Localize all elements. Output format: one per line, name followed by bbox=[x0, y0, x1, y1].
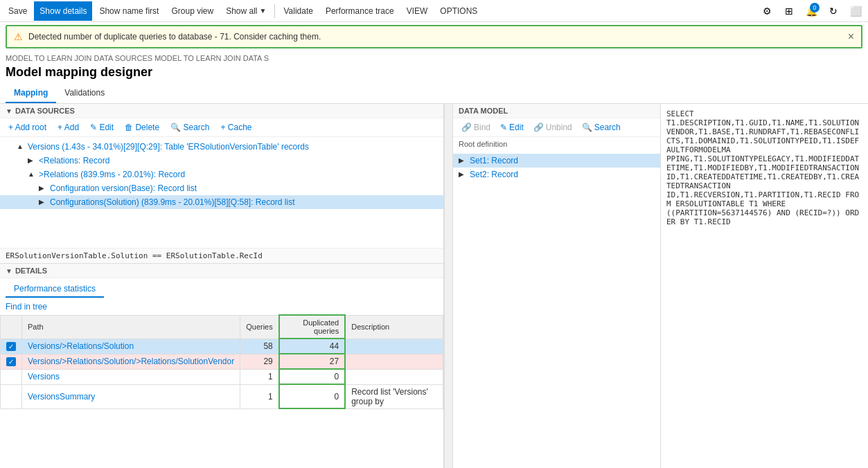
tree-item-relations-record[interactable]: ▶ <Relations: Record bbox=[0, 154, 443, 168]
col-header-queries: Queries bbox=[240, 315, 279, 339]
main-toolbar: Save Show details Show name first Group … bbox=[0, 0, 868, 22]
dm-expand-set2[interactable]: ▶ bbox=[459, 170, 467, 178]
perf-table: Path Queries Duplicated queries Descript… bbox=[0, 314, 443, 409]
data-sources-label: DATA SOURCES bbox=[15, 107, 75, 115]
left-scrollbar bbox=[444, 104, 452, 468]
sql-panel: SELECT T1.DESCRIPTION,T1.GUID,T1.NAME,T1… bbox=[660, 104, 868, 468]
performance-trace-button[interactable]: Performance trace bbox=[320, 1, 400, 21]
tab-validations[interactable]: Validations bbox=[56, 84, 113, 103]
bind-button[interactable]: 🔗 Bind bbox=[459, 121, 493, 134]
office-icon[interactable]: ⊞ bbox=[779, 1, 799, 21]
notification-icon[interactable]: 🔔0 bbox=[801, 1, 821, 21]
view-button[interactable]: VIEW bbox=[401, 1, 434, 21]
data-model-header: DATA MODEL bbox=[453, 104, 660, 118]
details-chevron[interactable]: ▼ bbox=[6, 267, 12, 275]
add-root-button[interactable]: + Add root bbox=[6, 121, 49, 134]
tree-item-configurations[interactable]: ▶ Configurations(Solution) (839.9ms - 20… bbox=[0, 195, 443, 209]
perf-statistics-tab[interactable]: Performance statistics bbox=[6, 281, 104, 298]
group-view-button[interactable]: Group view bbox=[166, 1, 219, 21]
tree-label-config-version: Configuration version(Base): Record list bbox=[50, 183, 438, 193]
row-queries: 29 bbox=[240, 354, 279, 369]
edit-button[interactable]: ✎ Edit bbox=[87, 121, 116, 134]
unbind-icon: 🔗 bbox=[533, 123, 544, 132]
data-model-toolbar: 🔗 Bind ✎ Edit 🔗 Unbind 🔍 Search bbox=[453, 118, 660, 137]
row-dup: 27 bbox=[279, 354, 345, 369]
row-path: Versions bbox=[22, 369, 240, 384]
row-path: Versions/>Relations/Solution/>Relations/… bbox=[22, 354, 240, 369]
ds-toolbar: + Add root + Add ✎ Edit 🗑 Delete 🔍 Searc… bbox=[0, 118, 443, 137]
delete-button[interactable]: 🗑 Delete bbox=[122, 121, 162, 134]
details-section: ▼ DETAILS Performance statistics Find in… bbox=[0, 263, 443, 409]
save-button[interactable]: Save bbox=[3, 1, 33, 21]
table-row[interactable]: VersionsSummary 1 0 Record list 'Version… bbox=[1, 384, 443, 408]
warning-close-button[interactable]: × bbox=[848, 30, 854, 43]
details-header: ▼ DETAILS bbox=[0, 264, 443, 278]
table-row[interactable]: ✓ Versions/>Relations/Solution 58 44 bbox=[1, 339, 443, 354]
row-dup: 44 bbox=[279, 339, 345, 354]
row-dup: 0 bbox=[279, 384, 345, 408]
warning-banner: ⚠ Detected number of duplicate queries t… bbox=[6, 25, 862, 48]
left-panel: ▼ DATA SOURCES + Add root + Add ✎ Edit 🗑… bbox=[0, 104, 444, 468]
find-in-tree-link[interactable]: Find in tree bbox=[0, 300, 443, 314]
row-check: ✓ bbox=[1, 339, 22, 354]
main-layout: ▼ DATA SOURCES + Add root + Add ✎ Edit 🗑… bbox=[0, 104, 868, 468]
dm-tree-item-set1[interactable]: ▶ Set1: Record bbox=[453, 154, 660, 168]
col-header-dup-queries: Duplicated queries bbox=[279, 315, 345, 339]
tree-label-configurations: Configurations(Solution) (839.9ms - 20.0… bbox=[50, 197, 438, 207]
dm-label-set1: Set1: Record bbox=[470, 156, 655, 165]
dm-tree-item-set2[interactable]: ▶ Set2: Record bbox=[453, 168, 660, 181]
row-queries: 1 bbox=[240, 384, 279, 408]
tab-mapping[interactable]: Mapping bbox=[6, 84, 56, 103]
unbind-button[interactable]: 🔗 Unbind bbox=[531, 121, 575, 134]
search-button[interactable]: 🔍 Search bbox=[168, 121, 212, 134]
row-check bbox=[1, 384, 22, 408]
add-button[interactable]: + Add bbox=[55, 121, 82, 134]
tree-expand-relations-record[interactable]: ▶ bbox=[28, 156, 36, 164]
edit-icon: ✎ bbox=[500, 123, 507, 132]
row-desc bbox=[345, 369, 443, 384]
row-dup: 0 bbox=[279, 369, 345, 384]
validate-button[interactable]: Validate bbox=[278, 1, 318, 21]
root-definition: Root definition bbox=[453, 137, 660, 151]
dm-expand-set1[interactable]: ▶ bbox=[459, 156, 467, 164]
link-icon: 🔗 bbox=[461, 123, 472, 132]
col-header-path: Path bbox=[22, 315, 240, 339]
show-details-button[interactable]: Show details bbox=[34, 1, 92, 21]
show-name-first-button[interactable]: Show name first bbox=[94, 1, 164, 21]
tree-label-relations: >Relations (839.9ms - 20.01%): Record bbox=[39, 170, 438, 179]
dm-edit-button[interactable]: ✎ Edit bbox=[497, 121, 526, 134]
row-check bbox=[1, 369, 22, 384]
data-sources-chevron[interactable]: ▼ bbox=[6, 107, 12, 115]
tree-item-relations[interactable]: ▲ >Relations (839.9ms - 20.01%): Record bbox=[0, 168, 443, 181]
dm-search-button[interactable]: 🔍 Search bbox=[579, 121, 623, 134]
row-path: Versions/>Relations/Solution bbox=[22, 339, 240, 354]
tree-item-versions[interactable]: ▲ Versions (1.43s - 34.01%)[29][Q:29]: T… bbox=[0, 140, 443, 154]
tree-expand-relations[interactable]: ▲ bbox=[28, 170, 36, 178]
row-check: ✓ bbox=[1, 354, 22, 369]
tree-label-relations-record: <Relations: Record bbox=[39, 156, 438, 165]
restore-icon[interactable]: ⬜ bbox=[846, 1, 865, 21]
tree-item-config-version[interactable]: ▶ Configuration version(Base): Record li… bbox=[0, 181, 443, 195]
refresh-icon[interactable]: ↻ bbox=[824, 1, 843, 21]
toolbar-right: ⚙ ⊞ 🔔0 ↻ ⬜ bbox=[757, 1, 865, 21]
tree-expand-configurations[interactable]: ▶ bbox=[39, 198, 47, 206]
sql-text: SELECT T1.DESCRIPTION,T1.GUID,T1.NAME,T1… bbox=[666, 109, 862, 226]
tree-label-versions: Versions (1.43s - 34.01%)[29][Q:29]: Tab… bbox=[28, 142, 438, 152]
page-tabs: Mapping Validations bbox=[0, 84, 868, 104]
table-row[interactable]: ✓ Versions/>Relations/Solution/>Relation… bbox=[1, 354, 443, 369]
show-all-button[interactable]: Show all ▼ bbox=[220, 1, 272, 21]
row-path: VersionsSummary bbox=[22, 384, 240, 408]
breadcrumb: MODEL TO LEARN JOIN DATA SOURCES MODEL T… bbox=[0, 51, 868, 64]
tree-expand-versions[interactable]: ▲ bbox=[17, 143, 25, 150]
table-row[interactable]: Versions 1 0 bbox=[1, 369, 443, 384]
options-button[interactable]: OPTIONS bbox=[434, 1, 483, 21]
row-desc: Record list 'Versions' group by bbox=[345, 384, 443, 408]
settings-icon[interactable]: ⚙ bbox=[757, 1, 777, 21]
data-sources-tree: ▲ Versions (1.43s - 34.01%)[29][Q:29]: T… bbox=[0, 137, 443, 248]
row-desc bbox=[345, 354, 443, 369]
formula-bar: ERSolutionVersionTable.Solution == ERSol… bbox=[0, 248, 443, 263]
dm-label-set2: Set2: Record bbox=[470, 170, 655, 179]
tree-expand-config-version[interactable]: ▶ bbox=[39, 184, 47, 192]
cache-button[interactable]: + Cache bbox=[218, 121, 254, 134]
warning-icon: ⚠ bbox=[14, 31, 23, 42]
